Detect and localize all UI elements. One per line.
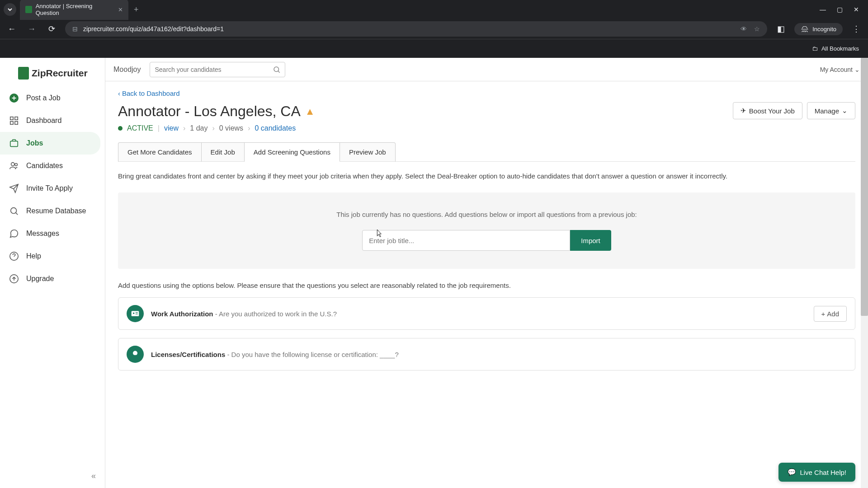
chevron-down-icon: ⌄ [842, 107, 848, 115]
minimize-button[interactable]: — [820, 6, 826, 13]
search-icon[interactable] [273, 66, 281, 75]
svg-rect-4 [15, 122, 18, 124]
close-window-button[interactable]: ✕ [854, 6, 859, 13]
tab-search-dropdown[interactable] [4, 3, 16, 16]
back-button[interactable]: ← [5, 24, 18, 34]
bookmark-star-icon[interactable]: ☆ [754, 25, 760, 33]
header-left: Annotator - Los Angeles, CA ▲ ACTIVE | v… [118, 98, 315, 132]
search-icon [9, 206, 19, 216]
question-text: Work Authorization - Are you authorized … [151, 310, 807, 318]
sidebar-item-messages[interactable]: Messages [0, 222, 100, 245]
status-row: ACTIVE | view › 1 day › 0 views › 0 cand… [118, 124, 315, 132]
incognito-icon [801, 26, 809, 32]
svg-point-11 [274, 67, 279, 72]
view-link[interactable]: view [164, 124, 179, 132]
sidebar-item-label: Candidates [26, 162, 63, 170]
workspace-name[interactable]: Moodjoy [113, 66, 141, 74]
topbar: Moodjoy My Account ⌄ [105, 58, 868, 81]
rocket-icon: ✈ [741, 107, 746, 115]
chevron-down-icon: ⌄ [854, 66, 860, 73]
add-question-button[interactable]: + Add [814, 306, 847, 322]
browser-menu-button[interactable]: ⋮ [850, 24, 863, 34]
sidebar-item-label: Messages [26, 230, 59, 238]
separator: | [158, 124, 160, 132]
close-tab-icon[interactable]: ✕ [118, 6, 123, 13]
tab-get-more-candidates[interactable]: Get More Candidates [118, 142, 202, 162]
site-info-icon[interactable]: ⊟ [72, 25, 78, 33]
new-tab-button[interactable]: + [134, 5, 139, 14]
message-icon [9, 229, 19, 239]
help-icon [9, 251, 19, 261]
search-input[interactable] [150, 62, 285, 77]
sidebar-item-label: Resume Database [26, 207, 86, 215]
boost-job-button[interactable]: ✈ Boost Your Job [733, 102, 802, 119]
tab-add-screening-questions[interactable]: Add Screening Questions [245, 142, 340, 162]
url-actions: 👁 ☆ [741, 25, 760, 33]
all-bookmarks-button[interactable]: 🗀 All Bookmarks [812, 45, 859, 52]
back-to-dashboard-link[interactable]: ‹ Back to Dashboard [118, 89, 180, 97]
sidebar-item-post-job[interactable]: Post a Job [0, 87, 100, 109]
question-card-licenses: Licenses/Certifications - Do you have th… [118, 338, 855, 371]
sidebar-item-jobs[interactable]: Jobs [0, 132, 100, 155]
maximize-button[interactable]: ▢ [837, 6, 843, 13]
tab-bar: Annotator | Screening Question ✕ + — ▢ ✕ [0, 0, 868, 19]
tabs: Get More Candidates Edit Job Add Screeni… [118, 142, 855, 162]
chevron-down-icon [7, 7, 13, 12]
candidates-link[interactable]: 0 candidates [255, 124, 296, 132]
logo-text: ZipRecruiter [32, 68, 88, 79]
sidebar-item-help[interactable]: Help [0, 245, 100, 267]
import-job-title-input[interactable] [362, 230, 570, 251]
live-chat-button[interactable]: 💬 Live Chat Help! [778, 463, 855, 482]
manage-button[interactable]: Manage ⌄ [807, 102, 855, 119]
logo[interactable]: ZipRecruiter [0, 63, 105, 87]
send-icon [9, 183, 19, 193]
question-text: Licenses/Certifications - Do you have th… [151, 351, 847, 358]
import-button[interactable]: Import [570, 230, 611, 251]
add-label: Add [827, 310, 839, 318]
account-menu[interactable]: My Account ⌄ [820, 66, 860, 73]
import-message: This job currently has no questions. Add… [127, 211, 846, 218]
sidebar-item-resume-database[interactable]: Resume Database [0, 200, 100, 222]
plus-icon: + [821, 310, 826, 318]
nav-bar: ← → ⟳ ⊟ ziprecruiter.com/quiz/ad47a162/e… [0, 19, 868, 39]
url-bar[interactable]: ⊟ ziprecruiter.com/quiz/ad47a162/edit?da… [65, 21, 767, 37]
tab-edit-job[interactable]: Edit Job [202, 142, 245, 162]
certificate-icon [127, 346, 144, 363]
svg-point-8 [11, 208, 17, 214]
browser-chrome: Annotator | Screening Question ✕ + — ▢ ✕… [0, 0, 868, 58]
job-age: 1 day [190, 124, 208, 132]
side-panel-button[interactable]: ◧ [774, 24, 787, 34]
question-card-work-authorization: Work Authorization - Are you authorized … [118, 297, 855, 330]
page-content: ‹ Back to Dashboard Annotator - Los Ange… [105, 81, 868, 379]
browser-tab[interactable]: Annotator | Screening Question ✕ [20, 0, 128, 20]
sidebar-item-label: Jobs [26, 139, 43, 147]
scrollbar[interactable] [861, 58, 868, 488]
incognito-label: Incognito [812, 26, 836, 33]
forward-button[interactable]: → [25, 24, 38, 34]
incognito-badge[interactable]: Incognito [794, 23, 843, 35]
svg-point-6 [11, 163, 14, 166]
svg-point-7 [15, 164, 18, 166]
sidebar-item-upgrade[interactable]: Upgrade [0, 267, 100, 290]
status-label: ACTIVE [127, 124, 153, 132]
question-title: Licenses/Certifications [151, 351, 225, 358]
warning-icon[interactable]: ▲ [305, 106, 315, 117]
status-dot-icon [118, 126, 123, 131]
svg-rect-1 [10, 117, 13, 120]
scrollbar-thumb[interactable] [861, 58, 868, 316]
tab-title: Annotator | Screening Question [36, 3, 111, 16]
sidebar-item-invite[interactable]: Invite To Apply [0, 177, 100, 200]
sidebar-item-dashboard[interactable]: Dashboard [0, 109, 100, 132]
sidebar-item-candidates[interactable]: Candidates [0, 155, 100, 177]
sidebar-collapse-button[interactable]: « [0, 464, 105, 488]
briefcase-icon [9, 138, 19, 148]
back-label: Back to Dashboard [122, 89, 180, 97]
app-root: ZipRecruiter Post a Job Dashboard Jobs C… [0, 58, 868, 488]
reload-button[interactable]: ⟳ [45, 24, 58, 34]
svg-rect-3 [10, 122, 13, 124]
tracking-off-icon[interactable]: 👁 [741, 25, 747, 33]
tab-preview-job[interactable]: Preview Job [340, 142, 396, 162]
header-row: Annotator - Los Angeles, CA ▲ ACTIVE | v… [118, 98, 855, 132]
page-title: Annotator - Los Angeles, CA ▲ [118, 103, 315, 120]
plus-circle-icon [9, 93, 19, 103]
